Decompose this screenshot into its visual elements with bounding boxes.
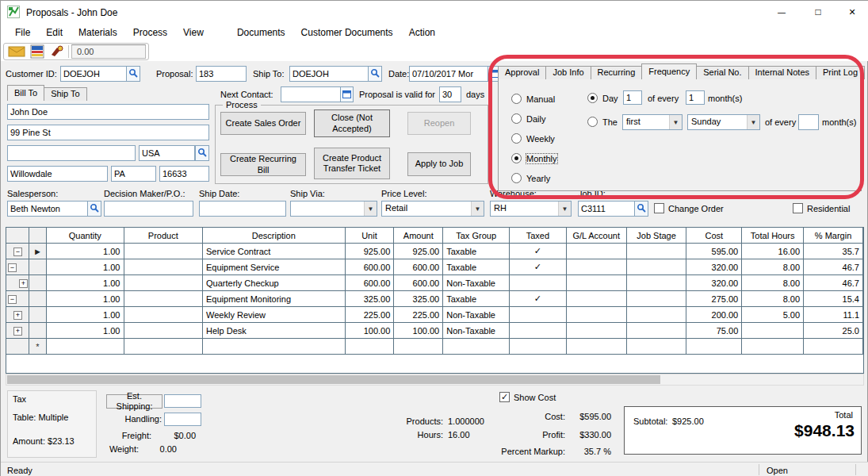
cell[interactable]: 320.00 (686, 275, 742, 291)
cell[interactable]: 1.00 (46, 323, 124, 339)
cell[interactable]: Non-Taxable (443, 275, 510, 291)
cell[interactable]: 600.00 (345, 259, 394, 275)
the-months-input[interactable] (798, 114, 819, 130)
job-id-search-button[interactable] (634, 201, 648, 217)
cell[interactable]: Weekly Review (203, 307, 345, 323)
cell[interactable]: 46.7 (804, 275, 863, 291)
cell[interactable]: 100.00 (394, 323, 443, 339)
row-indicator[interactable]: ► (29, 244, 47, 259)
cell[interactable]: 15.4 (804, 291, 863, 307)
tab-bill-to[interactable]: Bill To (7, 85, 44, 101)
cell[interactable] (742, 323, 804, 339)
column-header[interactable]: Job Stage (626, 228, 686, 244)
show-cost-checkbox[interactable]: ✓ (499, 392, 510, 402)
radio-yearly[interactable] (511, 173, 522, 183)
minimize-button[interactable]: — (763, 1, 800, 23)
radio-weekly[interactable] (511, 133, 522, 144)
table-row[interactable]: −1.00Equipment Service600.00600.00Taxabl… (6, 259, 863, 275)
radio-monthly-label[interactable]: Monthly (526, 154, 557, 163)
ordinal-select[interactable]: first ▼ (622, 114, 683, 130)
column-header[interactable]: Tax Group (443, 228, 510, 244)
radio-manual[interactable] (511, 94, 522, 104)
cell[interactable]: Non-Taxable (443, 323, 510, 339)
tab-internal-notes[interactable]: Internal Notes (748, 66, 816, 79)
cell[interactable]: Taxable (443, 291, 510, 307)
column-header[interactable]: % Margin (804, 228, 863, 244)
cell[interactable]: 325.00 (394, 291, 443, 307)
cell[interactable]: 600.00 (345, 275, 394, 291)
mail-icon[interactable] (8, 45, 25, 59)
menu-process[interactable]: Process (125, 27, 175, 38)
cell[interactable]: 46.7 (804, 259, 863, 275)
close-not-accepted-button[interactable]: Close (Not Accepted) (314, 109, 390, 137)
column-header[interactable]: Quantity (46, 228, 124, 244)
cell[interactable] (46, 339, 124, 355)
cell[interactable] (626, 339, 686, 355)
close-button[interactable]: ✕ (836, 1, 868, 23)
scrollbar-thumb[interactable] (7, 375, 660, 384)
cell[interactable]: 8.00 (742, 259, 804, 275)
radio-manual-label[interactable]: Manual (526, 94, 555, 104)
cell[interactable]: 320.00 (686, 259, 742, 275)
apply-to-job-button[interactable]: Apply to Job (407, 152, 471, 176)
bill-state-input[interactable] (111, 166, 156, 182)
next-contact-calendar-button[interactable] (340, 86, 354, 102)
new-row-indicator[interactable]: * (29, 339, 47, 355)
bill-line3-input[interactable] (7, 145, 136, 161)
cell[interactable] (626, 307, 686, 323)
cell[interactable] (510, 339, 567, 355)
next-contact-input[interactable] (281, 86, 341, 102)
day-interval-input[interactable] (623, 90, 642, 105)
create-recurring-bill-button[interactable]: Create Recurring Bill (220, 153, 306, 176)
cell[interactable] (394, 339, 443, 355)
weekday-select[interactable]: Sunday ▼ (687, 114, 760, 130)
cell[interactable] (626, 244, 686, 259)
row-indicator[interactable] (29, 291, 47, 307)
taxed-cell[interactable]: ✓ (510, 291, 567, 307)
cell[interactable] (742, 339, 804, 355)
tab-job-info[interactable]: Job Info (545, 66, 591, 79)
tree-toggle-icon[interactable]: + (6, 307, 29, 323)
cell[interactable] (566, 339, 626, 355)
column-header[interactable]: G/L Account (566, 228, 626, 244)
table-row[interactable]: +1.00Help Desk100.00100.00Non-Taxable75.… (6, 323, 863, 339)
column-header[interactable]: Unit (345, 228, 394, 244)
menu-action[interactable]: Action (401, 27, 443, 38)
cell[interactable]: Quarterly Checkup (203, 275, 345, 291)
radio-day[interactable] (587, 93, 598, 103)
taxed-cell[interactable] (510, 275, 567, 291)
cell[interactable] (124, 291, 203, 307)
cell[interactable] (124, 339, 203, 355)
cell[interactable] (626, 275, 686, 291)
bill-street-input[interactable] (7, 125, 209, 140)
tree-toggle-icon[interactable]: − (6, 259, 29, 275)
change-order-label[interactable]: Change Order (668, 204, 724, 213)
ship-to-input[interactable] (289, 66, 369, 82)
bill-zip-input[interactable] (159, 166, 209, 182)
cell[interactable]: 11.1 (804, 307, 863, 323)
cell[interactable]: 1.00 (46, 307, 124, 323)
cell[interactable]: Service Contract (203, 244, 345, 259)
cell[interactable] (203, 339, 345, 355)
bill-country-input[interactable] (139, 145, 195, 161)
customer-id-input[interactable] (60, 66, 127, 82)
radio-monthly[interactable] (511, 153, 522, 163)
cell[interactable] (626, 291, 686, 307)
residential-label[interactable]: Residential (807, 204, 850, 213)
salesperson-input[interactable] (7, 201, 88, 217)
cell[interactable]: 5.00 (742, 307, 804, 323)
row-indicator[interactable] (29, 259, 47, 275)
column-header[interactable]: Product (124, 228, 203, 244)
warehouse-select[interactable]: RH ▼ (490, 201, 572, 217)
cell[interactable]: 1.00 (46, 244, 124, 259)
cell[interactable] (566, 244, 626, 259)
tree-toggle-icon[interactable]: + (6, 323, 29, 339)
cell[interactable]: 600.00 (394, 259, 443, 275)
residential-checkbox[interactable] (793, 203, 803, 213)
reopen-button[interactable]: Reopen (407, 112, 471, 135)
tab-print-log[interactable]: Print Log (816, 66, 865, 79)
taxed-cell[interactable]: ✓ (510, 259, 567, 275)
cell[interactable] (124, 244, 203, 259)
cell[interactable]: 100.00 (345, 323, 394, 339)
table-row[interactable]: +1.00Quarterly Checkup600.00600.00Non-Ta… (6, 275, 863, 291)
